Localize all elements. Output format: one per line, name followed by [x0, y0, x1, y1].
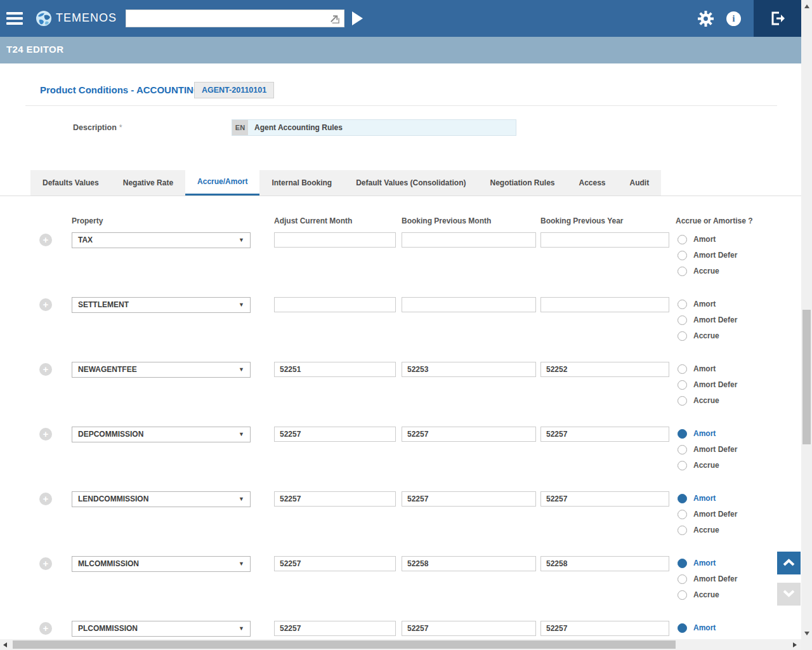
radio-option-accrue[interactable]: Accrue [678, 460, 719, 470]
add-row-button[interactable]: + [39, 557, 52, 570]
booking-previous-month-input[interactable] [402, 427, 536, 442]
booking-previous-year-input[interactable] [540, 556, 669, 571]
scroll-to-bottom-button[interactable] [777, 583, 801, 606]
horizontal-scrollbar-thumb[interactable] [13, 640, 676, 649]
radio-option-amort[interactable]: Amort [678, 299, 716, 309]
scrollbar-right-arrow-icon[interactable] [793, 642, 797, 647]
property-select[interactable]: DEPCOMMISSION ▼ [72, 427, 251, 442]
tab-accrue-amort[interactable]: Accrue/Amort [185, 170, 259, 196]
tab-default-values-consolidation[interactable]: Default Values (Consolidation) [344, 170, 478, 196]
booking-previous-year-input[interactable] [540, 232, 669, 248]
property-select[interactable]: SETTLEMENT ▼ [72, 297, 251, 313]
tab-internal-booking[interactable]: Internal Booking [259, 170, 344, 196]
run-command-icon[interactable] [352, 11, 363, 25]
radio-icon[interactable] [678, 364, 687, 374]
add-row-button[interactable]: + [39, 234, 52, 246]
radio-option-accrue[interactable]: Accrue [678, 331, 719, 341]
radio-icon[interactable] [678, 494, 687, 503]
menu-icon[interactable] [6, 12, 23, 25]
radio-option-amort-defer[interactable]: Amort Defer [678, 380, 737, 390]
tab-negative-rate[interactable]: Negative Rate [111, 170, 185, 196]
radio-icon[interactable] [678, 510, 687, 519]
property-select[interactable]: MLCOMMISSION ▼ [72, 556, 251, 572]
description-input[interactable] [248, 120, 516, 135]
radio-icon[interactable] [678, 623, 687, 633]
booking-previous-year-input[interactable] [540, 491, 669, 507]
radio-option-accrue[interactable]: Accrue [678, 525, 719, 535]
booking-previous-month-input[interactable] [402, 362, 536, 377]
horizontal-scrollbar[interactable] [0, 639, 801, 650]
radio-icon[interactable] [678, 526, 687, 535]
booking-previous-month-input[interactable] [402, 232, 536, 248]
radio-option-accrue[interactable]: Accrue [678, 590, 719, 600]
tab-access[interactable]: Access [567, 170, 618, 196]
radio-option-amort[interactable]: Amort [678, 234, 716, 244]
booking-previous-year-input[interactable] [540, 362, 669, 377]
radio-icon[interactable] [678, 429, 687, 439]
adjust-current-month-input[interactable] [274, 491, 396, 507]
adjust-current-month-input[interactable] [274, 621, 396, 636]
radio-icon[interactable] [678, 300, 687, 309]
search-input[interactable] [126, 10, 327, 27]
property-select[interactable]: NEWAGENTFEE ▼ [72, 362, 251, 378]
scrollbar-up-arrow-icon[interactable] [804, 4, 809, 8]
settings-gear-icon[interactable] [697, 10, 714, 27]
booking-previous-month-input[interactable] [402, 556, 536, 571]
adjust-current-month-input[interactable] [274, 297, 396, 312]
tab-audit[interactable]: Audit [618, 170, 662, 196]
adjust-current-month-input[interactable] [274, 427, 396, 442]
add-row-button[interactable]: + [39, 428, 52, 441]
radio-option-amort-defer[interactable]: Amort Defer [678, 315, 737, 325]
radio-option-amort[interactable]: Amort [678, 493, 716, 503]
radio-icon[interactable] [678, 445, 687, 454]
info-icon[interactable]: i [726, 11, 741, 26]
logout-button[interactable] [754, 0, 801, 37]
radio-option-accrue[interactable]: Accrue [678, 266, 719, 276]
radio-option-amort[interactable]: Amort [678, 428, 716, 439]
radio-option-accrue[interactable]: Accrue [678, 395, 719, 406]
radio-option-amort-defer[interactable]: Amort Defer [678, 509, 737, 519]
vertical-scrollbar-thumb[interactable] [802, 310, 811, 444]
booking-previous-year-input[interactable] [540, 621, 669, 636]
radio-option-amort[interactable]: Amort [678, 364, 716, 374]
scrollbar-left-arrow-icon[interactable] [3, 642, 7, 647]
radio-icon[interactable] [678, 396, 687, 406]
booking-previous-month-input[interactable] [402, 621, 536, 636]
property-select[interactable]: LENDCOMMISSION ▼ [72, 491, 251, 507]
add-row-button[interactable]: + [39, 493, 52, 505]
radio-option-amort-defer[interactable]: Amort Defer [678, 250, 737, 260]
radio-icon[interactable] [678, 251, 687, 260]
adjust-current-month-input[interactable] [274, 362, 396, 377]
radio-icon[interactable] [678, 331, 687, 341]
radio-icon[interactable] [678, 574, 687, 584]
booking-previous-year-input[interactable] [540, 427, 669, 442]
property-select[interactable]: PLCOMMISSION ▼ [72, 621, 251, 637]
radio-icon[interactable] [678, 380, 687, 390]
radio-icon[interactable] [678, 559, 687, 568]
adjust-current-month-input[interactable] [274, 232, 396, 248]
tab-defaults-values[interactable]: Defaults Values [30, 170, 111, 196]
radio-option-amort-defer[interactable]: Amort Defer [678, 574, 737, 584]
radio-option-amort[interactable]: Amort [678, 623, 716, 633]
add-row-button[interactable]: + [39, 363, 52, 376]
vertical-scrollbar[interactable] [801, 0, 812, 650]
add-row-button[interactable]: + [39, 298, 52, 311]
booking-previous-month-input[interactable] [402, 491, 536, 507]
language-badge[interactable]: EN [232, 120, 248, 135]
booking-previous-year-input[interactable] [540, 297, 669, 312]
radio-icon[interactable] [678, 267, 687, 276]
radio-icon[interactable] [678, 461, 687, 470]
scroll-to-top-button[interactable] [777, 552, 801, 574]
scrollbar-down-arrow-icon[interactable] [804, 632, 809, 635]
property-select[interactable]: TAX ▼ [72, 232, 251, 248]
add-row-button[interactable]: + [39, 622, 52, 635]
radio-icon[interactable] [678, 235, 687, 244]
booking-previous-month-input[interactable] [402, 297, 536, 312]
radio-icon[interactable] [678, 590, 687, 600]
radio-option-amort[interactable]: Amort [678, 558, 716, 568]
radio-option-amort-defer[interactable]: Amort Defer [678, 444, 737, 454]
launch-arrow-icon[interactable] [329, 13, 341, 25]
tab-negotiation-rules[interactable]: Negotiation Rules [478, 170, 566, 196]
adjust-current-month-input[interactable] [274, 556, 396, 571]
radio-icon[interactable] [678, 315, 687, 325]
